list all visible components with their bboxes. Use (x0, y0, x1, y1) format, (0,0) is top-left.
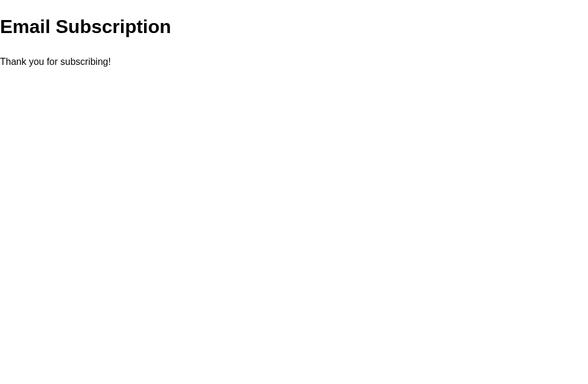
page-title: Email Subscription (0, 15, 588, 38)
confirmation-message: Thank you for subscribing! (0, 55, 588, 68)
